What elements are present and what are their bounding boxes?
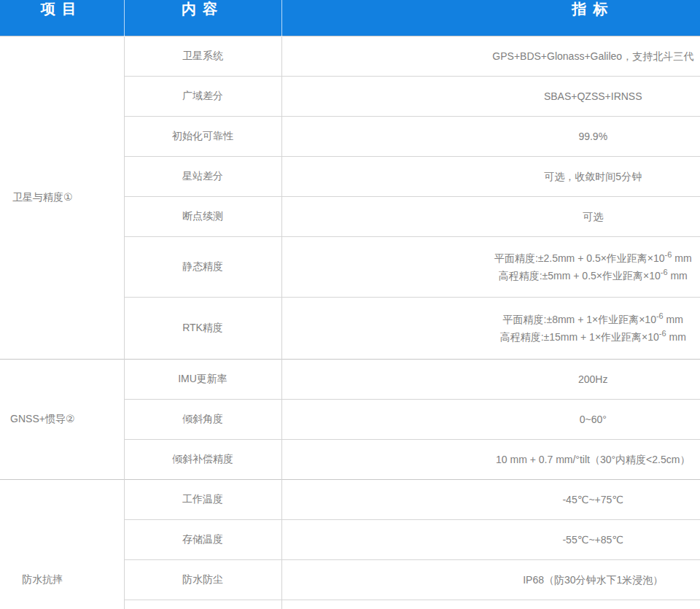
content-cell: 断点续测 [124, 196, 281, 236]
spec-table-page: 项目 内容 指标 卫星与精度① 卫星系统 GPS+BDS+Glonass+Gal… [0, 0, 700, 609]
superscript: -6 [665, 250, 672, 259]
header-cell-spec: 指标 [281, 0, 700, 36]
content-cell: 星站差分 [124, 156, 281, 196]
table-row: 卫星与精度① 卫星系统 GPS+BDS+Glonass+Galileo，支持北斗… [0, 36, 700, 76]
spec-cell: GPS+BDS+Glonass+Galileo，支持北斗三代 [281, 36, 700, 76]
group-label-waterproof-shockproof: 防水抗摔 [0, 479, 124, 609]
spec-cell: IP68（防30分钟水下1米浸泡） [281, 559, 700, 600]
spec-text: mm [664, 314, 683, 325]
superscript: -6 [656, 311, 664, 320]
group-label-satellite-precision: 卫星与精度① [0, 36, 124, 359]
spec-cell: -55℃~+85℃ [281, 519, 700, 559]
spec-cell: 0~60° [281, 399, 700, 439]
content-cell: 初始化可靠性 [124, 116, 281, 156]
table-body: 卫星与精度① 卫星系统 GPS+BDS+Glonass+Galileo，支持北斗… [0, 36, 700, 609]
spec-cell: SBAS+QZSS+IRNSS [281, 76, 700, 116]
spec-cell [281, 600, 700, 609]
spec-text: 平面精度:±8mm + 1×作业距离×10 [503, 314, 656, 325]
spec-cell: -45℃~+75℃ [281, 479, 700, 519]
spec-cell: 200Hz [281, 359, 700, 399]
content-cell: 防水防尘 [124, 559, 281, 600]
table-row: 防水抗摔 工作温度 -45℃~+75℃ [0, 479, 700, 519]
content-cell: 工作温度 [124, 479, 281, 519]
spec-text: 高程精度:±5mm + 0.5×作业距离×10 [499, 270, 661, 282]
spec-cell: 10 mm + 0.7 mm/°tilt（30°内精度<2.5cm） [281, 439, 700, 479]
content-cell: 倾斜角度 [124, 399, 281, 439]
spec-cell: 99.9% [281, 116, 700, 156]
content-cell [124, 600, 281, 609]
spec-cell: 可选，收敛时间5分钟 [281, 156, 700, 196]
content-cell: 存储温度 [124, 519, 281, 559]
spec-cell: 平面精度:±2.5mm + 0.5×作业距离×10-6 mm 高程精度:±5mm… [281, 236, 700, 297]
superscript: -6 [661, 268, 668, 276]
content-cell: RTK精度 [124, 297, 281, 359]
spec-text: mm [666, 331, 686, 343]
spec-line: 平面精度:±8mm + 1×作业距离×10-6 mm [282, 311, 700, 328]
content-cell: 倾斜补偿精度 [124, 439, 281, 479]
spec-line: 高程精度:±5mm + 0.5×作业距离×10-6 mm [282, 267, 700, 284]
spec-text: 平面精度:±2.5mm + 0.5×作业距离×10 [494, 252, 665, 264]
content-cell: IMU更新率 [124, 359, 281, 399]
spec-text: mm [668, 270, 688, 282]
table-header: 项目 内容 指标 [0, 0, 700, 36]
superscript: -6 [659, 329, 666, 338]
content-cell: 卫星系统 [124, 36, 281, 76]
spec-line: 高程精度:±15mm + 1×作业距离×10-6 mm [282, 328, 700, 346]
content-cell: 静态精度 [124, 236, 281, 297]
spec-text: 高程精度:±15mm + 1×作业距离×10 [500, 331, 659, 343]
spec-text: mm [672, 252, 691, 264]
content-cell: 广域差分 [124, 76, 281, 116]
spec-cell: 平面精度:±8mm + 1×作业距离×10-6 mm 高程精度:±15mm + … [281, 297, 700, 359]
specification-table: 项目 内容 指标 卫星与精度① 卫星系统 GPS+BDS+Glonass+Gal… [0, 0, 700, 609]
spec-cell: 可选 [281, 196, 700, 236]
group-label-gnss-ins: GNSS+惯导② [0, 359, 124, 479]
spec-line: 平面精度:±2.5mm + 0.5×作业距离×10-6 mm [282, 249, 700, 267]
header-cell-content: 内容 [124, 0, 281, 36]
table-row: GNSS+惯导② IMU更新率 200Hz [0, 359, 700, 399]
header-cell-item: 项目 [0, 0, 124, 36]
header-row: 项目 内容 指标 [0, 0, 700, 36]
